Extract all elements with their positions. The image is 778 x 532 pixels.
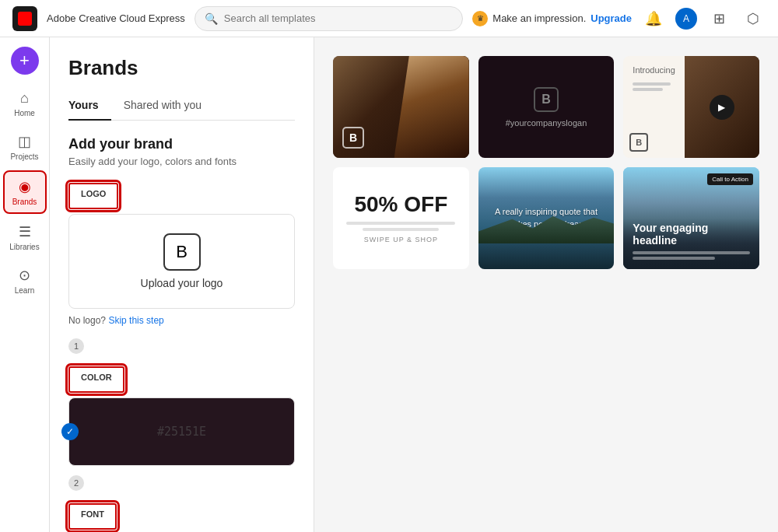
sidebar-projects-label: Projects bbox=[10, 152, 38, 161]
color-label: COLOR bbox=[75, 371, 118, 383]
avatar: A bbox=[675, 8, 697, 30]
learn-icon: ⊙ bbox=[19, 267, 30, 284]
color-hex-value: #25151E bbox=[157, 425, 206, 439]
step-1-number: 1 bbox=[68, 338, 84, 354]
projects-icon: ◫ bbox=[18, 133, 31, 150]
sidebar-item-home[interactable]: ⌂ Home bbox=[3, 84, 47, 124]
content-area: Brands Yours Shared with you Add your br… bbox=[50, 37, 778, 532]
top-nav: Adobe Creative Cloud Express 🔍 ♛ Make an… bbox=[0, 0, 778, 37]
intro-line-1 bbox=[633, 82, 671, 86]
sale-line-1 bbox=[346, 222, 455, 225]
sidebar-libraries-label: Libraries bbox=[9, 243, 39, 251]
intro-right: ▶ bbox=[685, 56, 759, 158]
search-bar[interactable]: 🔍 bbox=[194, 6, 464, 31]
sale-line-2 bbox=[363, 228, 439, 231]
city-content: Call to Action Your engaging headline bbox=[623, 167, 759, 269]
city-headline: Your engaging headline bbox=[633, 222, 750, 247]
color-step: COLOR ✓ #25151E 2 bbox=[68, 366, 295, 491]
preview-card-dark-slogan[interactable]: B #yourcompanyslogan bbox=[478, 56, 615, 158]
sale-percent: 50% OFF bbox=[354, 192, 447, 217]
sidebar-home-label: Home bbox=[14, 109, 35, 117]
font-label: FONT bbox=[75, 508, 110, 520]
nav-right: ♛ Make an impression. Upgrade 🔔 A ⊞ ⬡ bbox=[472, 6, 766, 31]
libraries-icon: ☰ bbox=[19, 223, 31, 240]
preview-card-mountain[interactable]: A really inspiring quote that makes peop… bbox=[478, 167, 615, 269]
right-panel: B B #yourcompanyslogan Introducing bbox=[314, 37, 778, 532]
search-input[interactable] bbox=[224, 12, 454, 24]
intro-badge: B bbox=[629, 133, 648, 152]
sidebar-item-projects[interactable]: ◫ Projects bbox=[3, 127, 47, 167]
preview-grid: B B #yourcompanyslogan Introducing bbox=[333, 56, 759, 269]
tab-yours[interactable]: Yours bbox=[68, 93, 111, 121]
intro-card-inner: Introducing B ▶ bbox=[623, 56, 759, 158]
swipe-text: SWIPE UP & SHOP bbox=[364, 236, 438, 243]
home-icon: ⌂ bbox=[20, 90, 29, 107]
upload-logo-label: Upload your logo bbox=[141, 277, 223, 289]
app-logo bbox=[12, 6, 37, 31]
logo-step: LOGO B Upload your logo No logo? Skip th… bbox=[68, 183, 295, 354]
brands-icon: ◉ bbox=[19, 178, 31, 195]
cta-badge: Call to Action bbox=[707, 173, 753, 185]
tabs: Yours Shared with you bbox=[68, 93, 295, 121]
color-label-box: COLOR bbox=[68, 366, 124, 393]
sidebar-learn-label: Learn bbox=[15, 286, 35, 295]
city-line-2 bbox=[633, 257, 714, 260]
app-logo-icon bbox=[18, 12, 32, 26]
section-subheading: Easily add your logo, colors and fonts bbox=[68, 156, 295, 167]
notification-icon[interactable]: 🔔 bbox=[641, 6, 666, 31]
upgrade-badge: ♛ Make an impression. Upgrade bbox=[472, 11, 632, 26]
preview-card-skater[interactable]: B bbox=[333, 56, 469, 158]
preview-card-city[interactable]: Call to Action Your engaging headline bbox=[623, 167, 759, 269]
add-new-button[interactable]: + bbox=[11, 47, 39, 75]
adobe-icon[interactable]: ⬡ bbox=[741, 6, 766, 31]
search-icon: 🔍 bbox=[205, 12, 218, 25]
main-layout: + ⌂ Home ◫ Projects ◉ Brands ☰ Libraries… bbox=[0, 37, 778, 532]
page-title: Brands bbox=[68, 56, 295, 80]
skip-step-link[interactable]: Skip this step bbox=[108, 315, 163, 326]
sale-lines bbox=[346, 222, 455, 231]
sale-card-content: 50% OFF SWIPE UP & SHOP bbox=[333, 167, 469, 269]
logo-label: LOGO bbox=[75, 187, 112, 200]
sidebar-item-learn[interactable]: ⊙ Learn bbox=[3, 261, 47, 301]
color-check-icon: ✓ bbox=[61, 423, 79, 440]
section-heading: Add your brand bbox=[68, 136, 295, 152]
sidebar: + ⌂ Home ◫ Projects ◉ Brands ☰ Libraries… bbox=[0, 37, 50, 532]
no-logo-text: No logo? Skip this step bbox=[68, 315, 295, 326]
tab-shared[interactable]: Shared with you bbox=[111, 93, 214, 121]
font-label-box: FONT bbox=[68, 503, 117, 530]
step-2-number: 2 bbox=[68, 475, 84, 491]
dark-card-content: B #yourcompanyslogan bbox=[478, 56, 615, 158]
font-step: FONT T Choose your font 3 bbox=[68, 503, 295, 532]
preview-card-intro[interactable]: Introducing B ▶ bbox=[623, 56, 759, 158]
logo-label-box: LOGO bbox=[68, 183, 118, 209]
sidebar-item-brands[interactable]: ◉ Brands bbox=[3, 170, 47, 214]
play-button[interactable]: ▶ bbox=[710, 95, 734, 120]
city-line-1 bbox=[633, 251, 750, 254]
dark-badge: B bbox=[534, 87, 559, 112]
intro-line-2 bbox=[633, 88, 662, 91]
logo-placeholder-icon: B bbox=[163, 233, 201, 271]
intro-lines bbox=[633, 82, 675, 91]
crown-icon: ♛ bbox=[472, 11, 488, 26]
grid-icon[interactable]: ⊞ bbox=[706, 6, 731, 31]
sidebar-brands-label: Brands bbox=[12, 198, 37, 206]
sidebar-item-libraries[interactable]: ☰ Libraries bbox=[3, 217, 47, 257]
intro-label: Introducing bbox=[633, 65, 675, 75]
upgrade-text: Make an impression. bbox=[492, 12, 586, 24]
skater-badge: B bbox=[342, 127, 364, 149]
left-panel: Brands Yours Shared with you Add your br… bbox=[50, 37, 314, 532]
intro-left: Introducing B bbox=[623, 56, 685, 158]
color-preview[interactable]: ✓ #25151E bbox=[68, 397, 295, 466]
preview-card-sale[interactable]: 50% OFF SWIPE UP & SHOP bbox=[333, 167, 469, 269]
slogan-text: #yourcompanyslogan bbox=[506, 118, 587, 128]
city-lines bbox=[633, 251, 750, 260]
upload-logo-box[interactable]: B Upload your logo bbox=[68, 214, 295, 309]
app-title: Adobe Creative Cloud Express bbox=[47, 12, 185, 24]
upgrade-link[interactable]: Upgrade bbox=[591, 12, 632, 24]
